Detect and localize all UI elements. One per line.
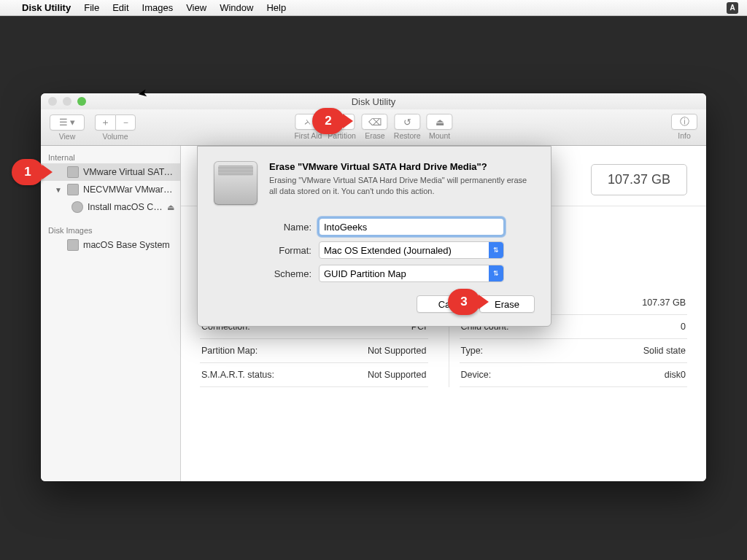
menu-images[interactable]: Images	[142, 2, 174, 13]
disk-utility-window: Disk Utility ☰ ▾ View ＋ － Volume ᨂFirst …	[41, 93, 706, 481]
sidebar: Internal VMware Virtual SATA… ▼ NECVMWar…	[41, 146, 181, 481]
sidebar-item-base-system[interactable]: macOS Base System	[41, 236, 180, 254]
menu-file[interactable]: File	[84, 2, 99, 13]
erase-toolbar-button[interactable]: ⌫	[362, 114, 388, 130]
sidebar-item-vmware-sata[interactable]: VMware Virtual SATA…	[41, 163, 180, 181]
info-label: Info	[678, 131, 691, 140]
disk-image-icon	[67, 239, 79, 251]
sidebar-item-label: macOS Base System	[83, 240, 174, 250]
view-mode-button[interactable]: ☰ ▾	[50, 114, 85, 131]
sidebar-item-label: NECVMWar VMware S…	[83, 184, 174, 195]
chevron-updown-icon: ⇅	[489, 265, 503, 281]
window-close-button[interactable]	[48, 97, 57, 106]
sidebar-section-internal: Internal	[41, 150, 180, 163]
remove-volume-button[interactable]: －	[115, 114, 136, 131]
first-aid-label: First Aid	[294, 131, 322, 140]
menu-edit[interactable]: Edit	[112, 2, 128, 13]
scheme-select-value: GUID Partition Map	[324, 268, 406, 279]
format-select[interactable]: Mac OS Extended (Journaled) ⇅	[319, 241, 504, 259]
erase-icon: ⌫	[368, 117, 382, 128]
hard-drive-icon	[67, 166, 79, 178]
info-button[interactable]: ⓘ	[671, 114, 697, 130]
restore-button[interactable]: ↺	[394, 114, 420, 130]
annotation-marker-2: 2	[312, 108, 344, 134]
sheet-description: Erasing "VMware Virtual SATA Hard Drive …	[269, 175, 535, 197]
info-icon: ⓘ	[680, 115, 689, 128]
add-volume-button[interactable]: ＋	[95, 114, 115, 131]
detail-row: Partition Map:Not Supported	[200, 339, 428, 363]
disc-icon	[71, 201, 83, 213]
window-minimize-button[interactable]	[63, 97, 71, 106]
sidebar-item-label: VMware Virtual SATA…	[83, 167, 174, 177]
optical-drive-icon	[67, 184, 79, 195]
menu-view[interactable]: View	[186, 2, 206, 13]
sidebar-item-install-macos[interactable]: Install macOS C… ⏏	[41, 198, 180, 216]
disclosure-triangle-icon[interactable]: ▼	[54, 186, 63, 194]
erase-label: Erase	[365, 131, 384, 140]
scheme-label: Scheme:	[244, 268, 311, 279]
window-title: Disk Utility	[352, 96, 396, 107]
restore-label: Restore	[394, 131, 421, 140]
menubar-app-name[interactable]: Disk Utility	[22, 2, 71, 13]
annotation-marker-1: 1	[12, 159, 44, 185]
sheet-heading: Erase "VMware Virtual SATA Hard Drive Me…	[269, 161, 535, 172]
window-toolbar: ☰ ▾ View ＋ － Volume ᨂFirst Aid ◔Partitio…	[41, 109, 706, 146]
macos-menubar: Disk Utility File Edit Images View Windo…	[0, 0, 747, 16]
annotation-marker-3: 3	[448, 289, 480, 315]
eject-icon[interactable]: ⏏	[167, 203, 174, 212]
view-label: View	[59, 132, 76, 141]
detail-row: Device:disk0	[460, 363, 688, 387]
name-label: Name:	[244, 222, 311, 233]
format-select-value: Mac OS Extended (Journaled)	[324, 245, 452, 256]
window-zoom-button[interactable]	[77, 97, 86, 106]
window-traffic-lights	[48, 97, 86, 106]
volume-label: Volume	[102, 132, 128, 141]
menu-window[interactable]: Window	[220, 2, 253, 13]
sidebar-item-necvmwar[interactable]: ▼ NECVMWar VMware S…	[41, 181, 180, 198]
menu-help[interactable]: Help	[266, 2, 286, 13]
detail-row: S.M.A.R.T. status:Not Supported	[200, 363, 428, 387]
mount-label: Mount	[429, 131, 450, 140]
stethoscope-icon: ᨂ	[304, 116, 311, 128]
menubar-status-badge[interactable]: A	[727, 2, 738, 14]
scheme-select[interactable]: GUID Partition Map ⇅	[319, 265, 504, 282]
erase-sheet: Erase "VMware Virtual SATA Hard Drive Me…	[197, 146, 551, 327]
chevron-updown-icon: ⇅	[489, 242, 503, 258]
mount-button[interactable]: ⏏	[427, 114, 453, 130]
name-field[interactable]	[319, 218, 504, 236]
window-titlebar[interactable]: Disk Utility	[41, 93, 706, 109]
restore-icon: ↺	[403, 117, 411, 128]
format-label: Format:	[244, 245, 311, 256]
detail-row: Type:Solid state	[460, 339, 688, 363]
capacity-box: 107.37 GB	[591, 164, 687, 195]
drive-large-icon	[214, 161, 258, 205]
mount-icon: ⏏	[436, 117, 444, 128]
sidebar-item-label: Install macOS C…	[88, 202, 163, 212]
sidebar-section-disk-images: Disk Images	[41, 223, 180, 236]
